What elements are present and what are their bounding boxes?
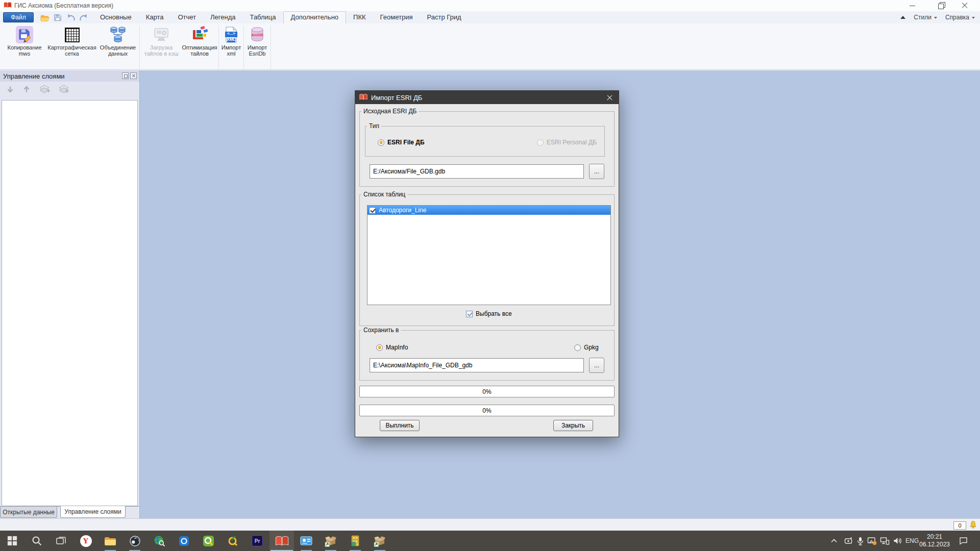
import-xml-icon: <...> XML xyxy=(223,25,240,44)
app-window: ГИС Аксиома (Бесплатная версия) Файл Осн… xyxy=(0,0,980,551)
clock[interactable]: 20:21 06.12.2023 xyxy=(918,533,951,548)
radio-gpkg[interactable]: Gpkg xyxy=(574,344,599,351)
group-type: Тип ESRI File ДБ ESRI Personal ДБ xyxy=(365,126,605,157)
ribbon-button-load-tiles-cache[interactable]: Загрузкатайлов в кэш xyxy=(142,25,181,62)
checkbox-checked-icon xyxy=(466,311,473,317)
tray-expand-icon[interactable] xyxy=(827,531,841,551)
run-button[interactable]: Выплнить xyxy=(380,420,420,431)
layers-panel-title: Управление слоями xyxy=(3,72,65,80)
aksioma-taskbar-icon[interactable] xyxy=(270,531,294,551)
collapse-ribbon-icon[interactable] xyxy=(900,16,905,19)
import-esri-dialog: Импорт ESRI ДБ Исходная ESRI ДБ Тип ESRI… xyxy=(355,90,619,437)
panel-close-icon[interactable] xyxy=(130,72,137,79)
styles-menu[interactable]: Стили xyxy=(914,14,937,21)
tab-legenda[interactable]: Легенда xyxy=(203,11,242,23)
menu-bar: Файл Основные Карта Отчет Легенда Таблиц… xyxy=(0,11,980,23)
yandex-browser-icon[interactable]: Y xyxy=(74,531,98,551)
layers-panel-toolbar xyxy=(0,82,139,99)
import-esridb-icon: ArcGIS xyxy=(249,25,266,44)
radio-esri-file[interactable]: ESRI File ДБ xyxy=(378,139,425,146)
save-path-input[interactable] xyxy=(370,358,584,372)
archive-box-icon[interactable] xyxy=(318,531,343,551)
maximize-button[interactable] xyxy=(929,0,952,11)
app-logo-icon xyxy=(4,2,12,11)
dialog-close-icon[interactable] xyxy=(603,93,616,102)
source-path-input[interactable] xyxy=(370,164,584,179)
file-menu-button[interactable]: Файл xyxy=(3,12,34,22)
taskbar: Y Pr xyxy=(0,531,980,551)
file-cabinet-icon[interactable] xyxy=(343,531,368,551)
tab-geometriya[interactable]: Геометрия xyxy=(373,11,420,23)
checkbox-checked-icon[interactable] xyxy=(369,207,376,214)
file-explorer-icon[interactable] xyxy=(98,531,122,551)
browse-save-button[interactable]: ... xyxy=(589,358,604,373)
radio-esri-personal[interactable]: ESRI Personal ДБ xyxy=(537,139,597,146)
volume-icon[interactable] xyxy=(890,531,905,551)
merge-data-icon xyxy=(109,25,127,44)
ribbon-button-import-esridb[interactable]: ArcGIS ИмпортEsriDb xyxy=(244,25,270,62)
progress-bar-total: 0% xyxy=(359,405,615,416)
action-center-icon[interactable] xyxy=(955,531,971,551)
ribbon-button-map-grid[interactable]: Картографическаясетка xyxy=(47,25,96,62)
group-tables: Список таблиц Автодороги_Line Выбрать вс… xyxy=(359,194,615,326)
qgis-icon[interactable] xyxy=(196,531,220,551)
dialog-titlebar[interactable]: Импорт ESRI ДБ xyxy=(355,91,619,104)
control-panel-icon[interactable] xyxy=(294,531,318,551)
select-all-checkbox[interactable]: Выбрать все xyxy=(466,310,512,317)
layers-list[interactable] xyxy=(2,100,138,506)
tab-open-data[interactable]: Открытые данные xyxy=(0,507,57,518)
status-bar: 0 xyxy=(0,518,980,531)
ribbon-button-import-xml[interactable]: <...> XML Импортxml xyxy=(219,25,243,62)
save-icon[interactable] xyxy=(52,12,63,22)
qgis-classic-icon[interactable] xyxy=(220,531,245,551)
list-item-roads[interactable]: Автодороги_Line xyxy=(368,206,610,215)
tab-rastr-grid[interactable]: Растр Грид xyxy=(420,11,468,23)
tray-time: 20:21 xyxy=(918,533,951,541)
redo-icon[interactable] xyxy=(78,12,89,22)
tab-otchet[interactable]: Отчет xyxy=(170,11,203,23)
obs-studio-icon[interactable] xyxy=(122,531,147,551)
tab-layer-control[interactable]: Управление слоями xyxy=(60,506,126,518)
browse-source-button[interactable]: ... xyxy=(589,164,604,179)
load-tiles-cache-icon xyxy=(153,25,170,44)
ribbon-button-optimize-tiles[interactable]: Оптимизациятайлов xyxy=(181,25,218,62)
move-layer-down-icon[interactable] xyxy=(6,85,14,95)
open-folder-icon[interactable] xyxy=(39,12,50,22)
archive-box-icon-2[interactable] xyxy=(368,531,392,551)
layers-panel-header: Управление слоями xyxy=(0,70,139,82)
close-dialog-button[interactable]: Закрыть xyxy=(553,420,593,431)
panel-float-icon[interactable] xyxy=(122,72,129,79)
chevron-down-icon xyxy=(934,17,937,19)
undo-icon[interactable] xyxy=(65,12,77,22)
start-button[interactable] xyxy=(0,531,24,551)
group-save-to: Сохранить в MapInfo Gpkg ... xyxy=(359,330,615,381)
radio-disabled-icon xyxy=(537,139,544,146)
tab-dopolnitelno[interactable]: Дополнительно xyxy=(283,11,347,23)
premiere-pro-icon[interactable]: Pr xyxy=(245,531,270,551)
tables-listbox[interactable]: Автодороги_Line xyxy=(367,205,611,305)
progress-bar-current: 0% xyxy=(359,386,615,397)
tab-osnovnye[interactable]: Основные xyxy=(93,11,139,23)
move-layer-up-icon[interactable] xyxy=(22,85,31,95)
dialog-title: Импорт ESRI ДБ xyxy=(371,94,422,102)
tab-tablitsa[interactable]: Таблица xyxy=(243,11,283,23)
search-icon[interactable] xyxy=(24,531,49,551)
panel-tabs: Открытые данные Управление слоями xyxy=(0,506,139,518)
tray-date: 06.12.2023 xyxy=(918,541,951,548)
ribbon-button-merge-data[interactable]: Объединениеданных xyxy=(97,25,139,62)
gis-globe-icon[interactable] xyxy=(147,531,172,551)
ribbon-tabs: Основные Карта Отчет Легенда Таблица Доп… xyxy=(93,11,469,23)
minimize-button[interactable] xyxy=(901,0,924,11)
chevron-down-icon xyxy=(972,17,975,19)
close-button[interactable] xyxy=(953,0,976,11)
help-menu[interactable]: Справка xyxy=(945,14,975,21)
map-badge-icon[interactable] xyxy=(172,531,196,551)
tab-karta[interactable]: Карта xyxy=(139,11,171,23)
tab-pkk[interactable]: ПКК xyxy=(346,11,373,23)
radio-mapinfo[interactable]: MapInfo xyxy=(376,344,408,351)
add-layer-icon[interactable] xyxy=(39,85,50,96)
remove-layer-icon[interactable] xyxy=(58,85,69,96)
ribbon-button-copy-mws[interactable]: Копированиеmws xyxy=(2,25,47,62)
bell-icon[interactable] xyxy=(969,520,977,531)
task-view-icon[interactable] xyxy=(49,531,74,551)
